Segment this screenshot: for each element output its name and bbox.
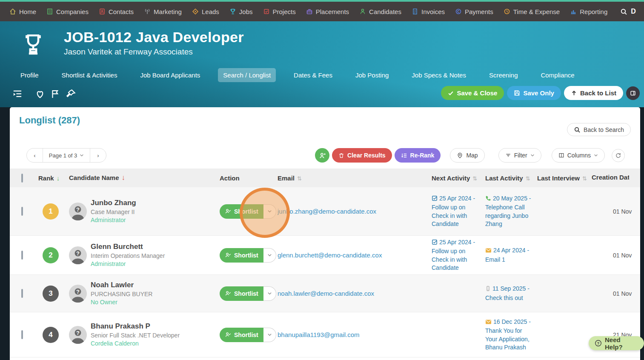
page-select[interactable]: Page 1 of 3 (43, 149, 90, 162)
candidate-owner-link[interactable]: Administrator (91, 260, 165, 268)
need-help-button[interactable]: ? Need Help? (589, 336, 644, 350)
last-activity-link[interactable]: 20 May 2025 - Telephone Call regarding J… (485, 195, 531, 227)
shortlist-button[interactable]: Shortlist (220, 328, 263, 342)
back-to-list-button[interactable]: Back to List (564, 86, 623, 100)
shortlist-dropdown-button[interactable] (263, 328, 276, 342)
candidate-name-link[interactable]: Glenn Burchett (91, 242, 165, 252)
column-header-email[interactable]: Email⇅ (278, 174, 432, 182)
flag-icon[interactable] (50, 89, 61, 100)
shortlist-dropdown-button[interactable] (263, 248, 276, 263)
global-search[interactable]: D (620, 8, 636, 15)
candidate-name-link[interactable]: Noah Lawler (91, 280, 152, 290)
last-activity-link[interactable]: 16 Dec 2025 - Thank You for Your Applica… (485, 318, 531, 351)
candidate-email-link[interactable]: bhanupailla1193@gmail.com (278, 331, 360, 338)
map-button[interactable]: Map (450, 148, 484, 163)
mobile-icon (485, 286, 491, 294)
envelope-icon (485, 247, 492, 255)
svg-text:?: ? (76, 329, 80, 336)
back-to-search-button[interactable]: Back to Search (567, 123, 631, 136)
tab-profile[interactable]: Profile (15, 68, 44, 82)
refresh-button[interactable] (612, 149, 625, 162)
candidate-email-link[interactable]: junbo.zhang@demo-candidate.cox (278, 208, 376, 215)
tab-job-specs-notes[interactable]: Job Specs & Notes (406, 68, 471, 82)
refresh-icon (615, 152, 621, 159)
table-row[interactable]: 4 ? Bhanu Prakash P Senior Full Stack .N… (10, 312, 640, 357)
table-row[interactable]: 1 ? Junbo Zhang Case Manager II Administ… (10, 187, 640, 236)
shortlist-button[interactable]: Shortlist (220, 204, 263, 219)
column-header-last-activity[interactable]: Last Activity⇅ (485, 174, 537, 182)
sort-both-icon: ⇅ (472, 175, 477, 182)
select-all-checkbox[interactable] (21, 174, 23, 183)
next-activity-link[interactable]: 25 Apr 2024 - Follow up on Check in with… (432, 195, 475, 227)
next-page-button[interactable]: › (90, 149, 106, 162)
column-header-next-activity[interactable]: Next Activity⇅ (432, 174, 485, 182)
sort-both-icon: ⇅ (297, 175, 302, 182)
row-checkbox[interactable] (21, 330, 23, 339)
nav-item-candidates[interactable]: Candidates (359, 8, 401, 15)
nav-item-reporting[interactable]: Reporting (570, 8, 607, 15)
tab-screening[interactable]: Screening (484, 68, 523, 82)
target-icon (192, 8, 199, 15)
collapse-panel-icon[interactable] (12, 89, 23, 100)
shortlist-button[interactable]: Shortlist (220, 248, 263, 263)
search-icon (574, 126, 581, 133)
nav-item-time-expense[interactable]: Time & Expense (504, 8, 560, 15)
clear-results-button[interactable]: Clear Results (332, 148, 392, 163)
tab-shortlist-activities[interactable]: Shortlist & Activities (57, 68, 123, 82)
pin-icon[interactable] (65, 89, 76, 100)
candidate-name-link[interactable]: Bhanu Prakash P (91, 322, 180, 331)
candidate-email-link[interactable]: noah.lawler@demo-candidate.cox (278, 290, 374, 297)
candidate-name-link[interactable]: Junbo Zhang (91, 198, 136, 208)
tab-job-posting[interactable]: Job Posting (350, 68, 394, 82)
sort-both-icon: ⇅ (526, 175, 530, 182)
nav-item-label: Companies (56, 8, 89, 15)
nav-item-placements[interactable]: Placements (306, 8, 349, 15)
favorite-heart-icon[interactable] (34, 89, 46, 100)
nav-item-projects[interactable]: Projects (263, 8, 296, 15)
rank-sort-icon (401, 152, 407, 159)
nav-item-invoices[interactable]: Invoices (412, 8, 445, 15)
save-only-button[interactable]: Save Only (507, 86, 561, 100)
table-row[interactable]: 3 ? Noah Lawler PURCHASING BUYER No Owne… (10, 275, 640, 312)
last-activity-link[interactable]: 11 Sep 2025 - Check this out (485, 285, 530, 301)
tab-search-longlist[interactable]: Search / Longlist (218, 68, 276, 82)
nav-item-leads[interactable]: Leads (192, 8, 219, 15)
column-header-candidate[interactable]: Candidate Name↓ (69, 174, 220, 182)
nav-item-marketing[interactable]: Marketing (144, 8, 182, 15)
nav-item-contacts[interactable]: Contacts (99, 8, 134, 15)
tab-compliance[interactable]: Compliance (535, 68, 579, 82)
nav-item-companies[interactable]: Companies (46, 8, 89, 15)
shortlist-dropdown-button[interactable] (263, 204, 276, 219)
candidate-owner-link[interactable]: Cordelia Calderon (91, 340, 180, 348)
candidate-owner-link[interactable]: Administrator (91, 216, 136, 224)
map-pin-icon (457, 152, 463, 159)
candidate-email-link[interactable]: glenn.burchett@demo-candidate.cox (278, 251, 382, 259)
prev-page-button[interactable]: ‹ (27, 149, 43, 162)
column-header-action: Action (220, 174, 278, 182)
candidate-owner-link[interactable]: No Owner (91, 298, 152, 306)
shortlist-button[interactable]: Shortlist (220, 286, 263, 301)
column-header-rank[interactable]: Rank↓ (38, 174, 69, 182)
nav-item-home[interactable]: Home (9, 8, 36, 15)
map-label: Map (466, 152, 478, 159)
column-header-creation-date[interactable]: Creation Date (592, 174, 640, 182)
last-activity-link[interactable]: 24 Apr 2024 - Email 1 (485, 247, 529, 263)
add-candidate-button[interactable] (315, 148, 329, 163)
table-row[interactable]: 2 ? Glenn Burchett Interim Operations Ma… (10, 236, 640, 275)
trophy-icon (229, 8, 236, 15)
nav-item-payments[interactable]: Payments (455, 8, 493, 15)
save-close-button[interactable]: Save & Close (441, 86, 504, 100)
shortlist-dropdown-button[interactable] (263, 286, 276, 301)
re-rank-button[interactable]: Re-Rank (395, 148, 441, 163)
column-header-last-interview[interactable]: Last Interview⇅ (537, 174, 592, 182)
nav-item-jobs[interactable]: Jobs (229, 8, 253, 15)
row-checkbox[interactable] (21, 207, 23, 216)
tab-job-board-applicants[interactable]: Job Board Applicants (135, 68, 205, 82)
side-panel-toggle-button[interactable] (626, 86, 640, 100)
filter-button[interactable]: Filter (498, 148, 541, 163)
row-checkbox[interactable] (21, 289, 23, 298)
columns-button[interactable]: Columns (552, 148, 605, 163)
tab-dates-fees[interactable]: Dates & Fees (289, 68, 338, 82)
next-activity-link[interactable]: 25 Apr 2024 - Follow up on Check in with… (432, 239, 475, 271)
row-checkbox[interactable] (21, 251, 23, 260)
